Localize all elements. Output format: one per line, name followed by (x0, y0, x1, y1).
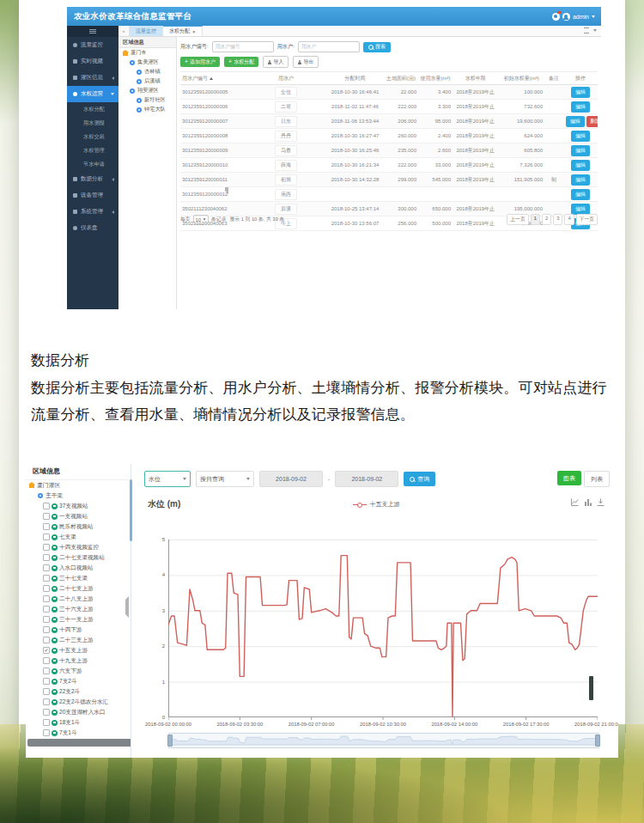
line-chart-icon[interactable] (571, 498, 579, 506)
column-header[interactable]: 备注 (544, 75, 563, 82)
delete-button[interactable]: 删除 (586, 116, 598, 127)
checkbox-icon[interactable] (43, 523, 50, 530)
user-name-box[interactable]: 全佳 (275, 87, 297, 98)
datazoom-left-handle[interactable] (167, 735, 173, 747)
horizontal-scrollbar[interactable] (27, 739, 131, 747)
scrollbar-thumb[interactable] (589, 676, 593, 700)
checkbox-icon[interactable] (43, 513, 50, 520)
sidebar-subitem-saving-apply[interactable]: 节水申请 (67, 157, 118, 171)
station-item[interactable]: 二十八支上游 (26, 594, 131, 604)
column-header[interactable]: 初始水权量(m³) (499, 75, 545, 82)
station-item[interactable]: 20支莲湖村入水口 (26, 707, 131, 717)
edit-button[interactable]: 编辑 (571, 189, 590, 200)
station-item[interactable]: 三十六支上游 (26, 604, 131, 614)
page-button-4[interactable]: 4 (564, 214, 574, 225)
column-header[interactable]: 用水户编号 (180, 75, 246, 82)
edit-button[interactable]: 编辑 (571, 160, 590, 171)
station-item[interactable]: 十九支上游 (26, 655, 131, 666)
query-button[interactable]: 查询 (404, 472, 435, 486)
tab-flow-monitor[interactable]: 流量监控 (130, 26, 163, 36)
station-item[interactable]: 7支2斗 (26, 676, 131, 686)
vertical-scrollbar[interactable] (130, 479, 132, 541)
page-button-1[interactable]: 1 (531, 214, 540, 225)
checkbox-icon[interactable] (43, 616, 50, 623)
checkbox-icon[interactable] (43, 544, 50, 551)
station-item[interactable]: 入水口视频站 (26, 563, 131, 573)
download-icon[interactable] (597, 498, 605, 506)
edit-button[interactable]: 编辑 (571, 204, 590, 215)
user-avatar-icon[interactable] (562, 13, 570, 21)
tree-node-town[interactable]: 杏林镇 (118, 67, 176, 76)
checkbox-icon[interactable] (43, 688, 50, 695)
panel-collapse-handle[interactable] (125, 600, 129, 615)
bar-chart-icon[interactable] (584, 498, 592, 506)
tree-node-town[interactable]: 钟宅大队 (118, 105, 176, 114)
user-name-box[interactable]: 薛海 (275, 160, 297, 171)
sidebar-subitem-trading[interactable]: 水权交易 (67, 130, 118, 143)
column-header[interactable]: 使用水量(m³) (418, 75, 453, 82)
station-item[interactable]: 一支视频站 (26, 511, 131, 521)
refresh-icon[interactable] (552, 13, 560, 21)
user-name-box[interactable]: 初旭 (275, 174, 297, 186)
sidebar-item-dashboard[interactable]: 仪表盘 (67, 220, 118, 236)
checkbox-icon[interactable] (43, 575, 50, 582)
search-button[interactable]: 搜索 (363, 42, 391, 52)
tree-node-root[interactable]: 厦门灌区 (26, 480, 131, 491)
user-id-input[interactable]: 用水户编号 (212, 41, 274, 52)
prev-page-button[interactable]: 上一页 (507, 214, 528, 225)
page-size-select[interactable]: 10 (193, 215, 209, 224)
edit-button[interactable]: 编辑 (571, 145, 590, 156)
station-item[interactable]: 六支下游 (26, 666, 131, 676)
tree-node-town[interactable]: 新圩社区 (118, 95, 176, 105)
checkbox-icon[interactable] (43, 709, 50, 716)
column-header[interactable]: 用水户 (246, 75, 326, 82)
date-from-input[interactable]: 2018-09-02 (259, 471, 323, 487)
tree-node-main-canal[interactable]: 主干渠 (26, 491, 131, 501)
sidebar-subitem-usage-report[interactable]: 用水测报 (67, 116, 118, 130)
column-header[interactable]: 分配时间 (326, 75, 384, 82)
checkbox-icon[interactable] (43, 678, 50, 685)
edit-button[interactable]: 编辑 (571, 101, 590, 113)
user-input[interactable]: 用水户 (298, 41, 360, 52)
checkbox-icon[interactable] (43, 719, 50, 726)
tree-node-town[interactable]: 后溪镇 (118, 76, 176, 86)
allocate-button[interactable]: +水权分配 (224, 57, 258, 67)
checkbox-icon[interactable] (43, 564, 50, 571)
checkbox-icon[interactable] (43, 668, 50, 674)
tab-menu-icon[interactable] (584, 27, 589, 34)
metric-select[interactable]: 水位 (144, 471, 191, 487)
chart-view-button[interactable]: 图表 (557, 471, 581, 485)
edit-button[interactable]: 编辑 (571, 131, 590, 142)
user-name-box[interactable]: 庙西 (275, 189, 297, 200)
station-item[interactable]: 十四下游 (26, 625, 131, 635)
checkbox-icon[interactable] (43, 585, 50, 592)
user-name-box[interactable]: 马春 (275, 145, 297, 156)
add-user-button[interactable]: +添加用水户 (180, 57, 220, 67)
tree-node-district[interactable]: 集美灌区 (118, 58, 176, 67)
tab-water-allocation[interactable]: 水权分配× (163, 26, 203, 36)
station-item[interactable]: 22支2斗 (26, 686, 131, 697)
station-item[interactable]: 22支2斗德农分水汇 (26, 697, 131, 707)
station-item[interactable]: ✓十五支上游 (26, 645, 131, 655)
sidebar-item-water-rights[interactable]: 水权运营 (67, 86, 118, 102)
station-item[interactable]: 7支1斗 (26, 728, 131, 738)
column-header[interactable]: 操作 (563, 75, 598, 82)
sidebar-item-system-mgmt[interactable]: 系统管理 (67, 204, 118, 220)
checkbox-icon[interactable] (43, 606, 50, 613)
list-view-button[interactable]: 列表 (584, 471, 610, 487)
import-button[interactable]: 导入 (263, 56, 289, 68)
user-name-box[interactable]: 日东 (275, 116, 297, 127)
checkbox-icon[interactable] (43, 637, 50, 643)
sidebar-item-device-mgmt[interactable]: 设备管理 (67, 187, 118, 204)
tree-node-city[interactable]: 厦门市 (118, 48, 176, 58)
user-name-box[interactable]: 丹丹 (275, 131, 297, 142)
column-header[interactable]: 土地面积(亩) (384, 75, 418, 82)
station-item[interactable]: 七支渠 (26, 532, 131, 542)
sidebar-item-district-info[interactable]: 灌区信息 (67, 70, 118, 86)
page-button-2[interactable]: 2 (542, 214, 551, 225)
column-header[interactable]: 水权年限 (453, 75, 499, 82)
checkbox-icon[interactable] (43, 698, 50, 705)
checkbox-icon[interactable] (43, 595, 50, 602)
station-item[interactable]: 民乐村视频站 (26, 521, 131, 532)
datazoom-right-handle[interactable] (595, 735, 600, 747)
